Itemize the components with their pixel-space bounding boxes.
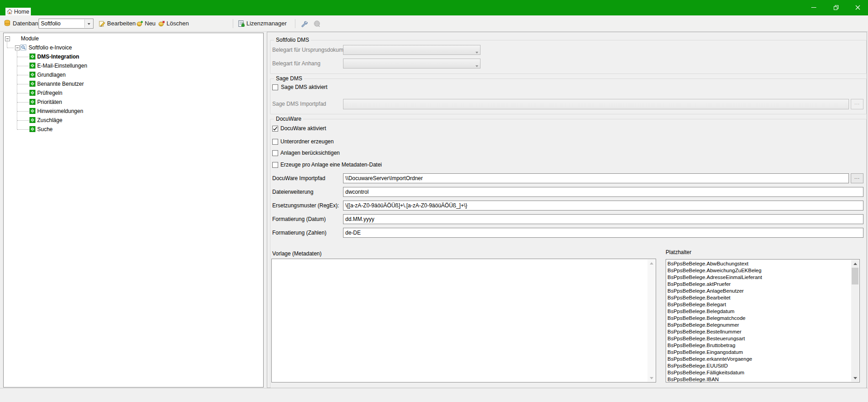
scroll-up-icon[interactable] (851, 260, 859, 267)
tree-connector (17, 111, 29, 112)
tree-expander-icon[interactable] (15, 45, 20, 50)
toolbar-separator (295, 19, 295, 28)
bearbeiten-button[interactable]: Bearbeiten (107, 15, 136, 31)
restore-icon (834, 5, 839, 10)
vorlage-scrollbar[interactable] (647, 260, 655, 382)
minimize-button[interactable] (803, 0, 824, 15)
platzhalter-item[interactable]: BsPpsBeBelege.Bestellnummer (667, 328, 850, 335)
datenbank-combobox[interactable]: Softfolio (39, 19, 93, 29)
metadaten-datei-checkbox[interactable] (272, 162, 278, 168)
tree-item-grundlagen[interactable]: Grundlagen (37, 72, 66, 78)
scrollbar-thumb[interactable] (852, 268, 858, 284)
platzhalter-label: Platzhalter (666, 249, 691, 255)
app-window: Home Datenbank Softfolio Bearbeiten (0, 0, 868, 402)
sage-dms-aktiviert-label: Sage DMS aktiviert (281, 84, 328, 90)
loeschen-button[interactable]: Löschen (167, 15, 189, 31)
docuware-importpfad-input[interactable] (343, 173, 849, 183)
gear-icon (29, 126, 35, 132)
gear-icon (29, 99, 35, 105)
belegart-anhang-label: Belegart für Anhang (272, 60, 320, 67)
platzhalter-item[interactable]: BsPpsBeBelege.AbweichungZuEKBeleg (667, 267, 850, 274)
formatierung-datum-input[interactable] (343, 214, 863, 224)
platzhalter-item[interactable]: BsPpsBeBelege.AbwBuchungstext (667, 260, 850, 267)
vorlage-label: Vorlage (Metadaten) (272, 250, 322, 257)
platzhalter-item[interactable]: BsPpsBeBelege.Bearbeitet (667, 294, 850, 301)
platzhalter-item[interactable]: BsPpsBeBelege.AdresseEinmalLieferant (667, 274, 850, 281)
platzhalter-item[interactable]: BsPpsBeBelege.aktPruefer (667, 281, 850, 288)
restore-button[interactable] (826, 0, 847, 15)
tree-item-softfolio-e-invoice[interactable]: Softfolio e-Invoice (29, 44, 72, 51)
scroll-down-icon[interactable] (851, 374, 859, 382)
platzhalter-item[interactable]: BsPpsBeBelege.erkannteVorgaenge (667, 356, 850, 363)
platzhalter-item[interactable]: BsPpsBeBelege.Belegnummer (667, 322, 850, 328)
platzhalter-item[interactable]: BsPpsBeBelege.Besteuerungsart (667, 335, 850, 342)
tree-item-module[interactable]: Module (21, 35, 39, 42)
vorlage-textarea[interactable] (271, 259, 656, 382)
platzhalter-item[interactable]: BsPpsBeBelege.Bruttobetrag (667, 342, 850, 349)
gear-icon (29, 72, 35, 78)
formatierung-zahlen-input[interactable] (343, 228, 863, 238)
combobox-dropdown-icon[interactable] (84, 20, 93, 28)
tree-item-hinweismeldungen[interactable]: Hinweismeldungen (37, 108, 83, 114)
settings-panel: Softfolio DMS Belegart für Ursprungsdoku… (267, 32, 867, 388)
statusbar (0, 388, 868, 402)
metadaten-datei-label: Erzeuge pro Anlage eine Metadaten-Datei (280, 162, 382, 168)
close-button[interactable] (847, 0, 868, 15)
scroll-up-icon[interactable] (647, 260, 655, 267)
tree-connector (7, 48, 14, 48)
tree-item-suche[interactable]: Suche (37, 126, 53, 132)
platzhalter-item[interactable]: BsPpsBeBelege.Belegdatum (667, 308, 850, 315)
platzhalter-item[interactable]: BsPpsBeBelege.Eingangsdatum (667, 349, 850, 356)
platzhalter-item[interactable]: BsPpsBeBelege.AnlageBenutzer (667, 288, 850, 294)
license-manager-icon (238, 20, 245, 27)
globe-button (311, 19, 322, 29)
anlagen-label: Anlagen berücksichtigen (280, 150, 340, 156)
wrench-icon (300, 20, 308, 28)
docuware-importpfad-browse-button[interactable]: ... (851, 173, 863, 183)
datenbank-combobox-value: Softfolio (41, 20, 60, 27)
platzhalter-item[interactable]: BsPpsBeBelege.Fälligkeitsdatum (667, 369, 850, 376)
formatierung-zahlen-label: Formatierung (Zahlen) (272, 230, 326, 236)
ersetzungsmuster-input[interactable] (343, 201, 863, 211)
platzhalter-listbox[interactable]: BsPpsBeBelege.AbwBuchungstextBsPpsBeBele… (666, 259, 860, 382)
unterordner-checkbox[interactable] (272, 139, 278, 145)
neu-button[interactable]: Neu (145, 15, 156, 31)
gear-icon (29, 90, 35, 96)
toolbar-separator (233, 19, 233, 28)
dateierweiterung-input[interactable] (343, 187, 863, 197)
platzhalter-item[interactable]: BsPpsBeBelege.IBAN (667, 376, 850, 382)
tree-connector (17, 93, 29, 93)
wrench-button[interactable] (299, 19, 309, 29)
tree-item-zuschläge[interactable]: Zuschläge (37, 117, 62, 123)
globe-icon (313, 20, 321, 28)
tree-expander-icon[interactable] (5, 36, 10, 41)
sage-importpfad-field (343, 99, 849, 109)
tree-item-prioritäten[interactable]: Prioritäten (37, 99, 62, 105)
tree-item-prüfregeln[interactable]: Prüfregeln (37, 90, 62, 96)
belegart-ursprung-combobox (343, 45, 481, 55)
ersetzungsmuster-label: Ersetzungsmuster (RegEx): (272, 202, 339, 209)
tree-connector (17, 75, 29, 75)
platzhalter-item[interactable]: BsPpsBeBelege.Belegart (667, 301, 850, 308)
docuware-aktiviert-checkbox[interactable] (272, 126, 278, 132)
new-icon (136, 20, 143, 27)
scroll-down-icon[interactable] (647, 374, 655, 382)
anlagen-checkbox[interactable] (272, 150, 278, 156)
platzhalter-scrollbar[interactable] (851, 260, 859, 382)
database-icon (4, 20, 11, 27)
gear-icon (29, 108, 35, 114)
platzhalter-item[interactable]: BsPpsBeBelege.Belegmatchcode (667, 315, 850, 322)
lizenzmanager-button[interactable]: Lizenzmanager (246, 15, 287, 31)
sage-dms-aktiviert-checkbox[interactable] (272, 84, 278, 90)
group-softfolio-dms-title: Softfolio DMS (274, 37, 311, 43)
tree-item-e-mail-einstellungen[interactable]: E-Mail-Einstellungen (37, 63, 87, 69)
tree-item-dms-integration[interactable]: DMS-Integration (37, 54, 79, 60)
toolbar: Datenbank Softfolio Bearbeiten Neu Lösch… (0, 15, 868, 32)
tree-item-benannte-benutzer[interactable]: Benannte Benutzer (37, 81, 84, 87)
tab-home[interactable]: Home (5, 8, 31, 15)
tree-connector (17, 84, 29, 84)
docuware-importpfad-label: DocuWare Importpfad (272, 175, 325, 181)
search-module-icon (20, 44, 26, 50)
gear-icon (29, 117, 35, 123)
platzhalter-item[interactable]: BsPpsBeBelege.EUUStID (667, 363, 850, 369)
